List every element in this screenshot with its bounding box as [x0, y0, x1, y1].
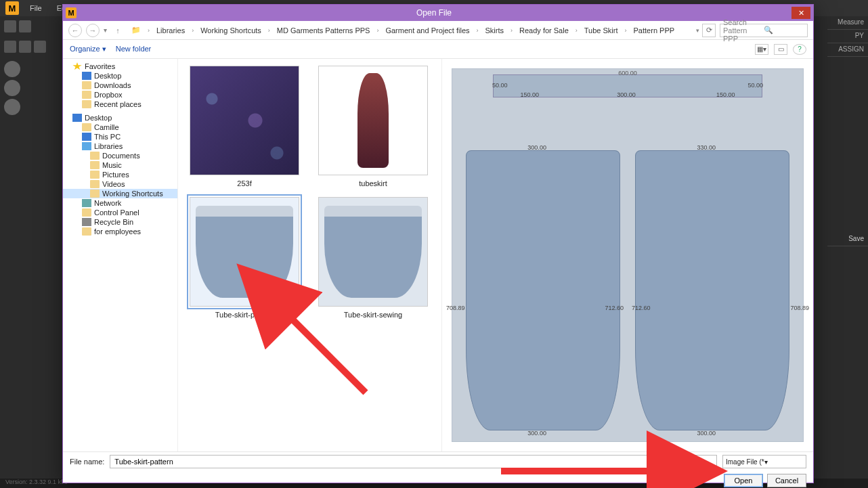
folder-tree: Favorites Desktop Downloads Dropbox Rece…: [63, 59, 178, 451]
preview-toggle-button[interactable]: ▭: [774, 44, 787, 55]
avatar-icon[interactable]: [4, 80, 20, 96]
dialog-nav: ← → ▾ ↑ 📁› Libraries› Working Shortcuts›…: [63, 21, 813, 40]
tree-item[interactable]: Camille: [63, 123, 177, 132]
thumbnail-image: [318, 197, 428, 307]
pattern-waistband: 600.00 50.00 50.00 150.00 300.00 150.00: [493, 74, 762, 97]
avatar-icon[interactable]: [4, 99, 20, 115]
save-button[interactable]: Save: [827, 233, 868, 246]
menu-file[interactable]: File: [23, 1, 49, 15]
avatar-icon[interactable]: [4, 61, 20, 77]
tree-item[interactable]: Videos: [63, 179, 177, 189]
close-button[interactable]: ✕: [791, 7, 810, 19]
cursor-icon: ↖: [248, 255, 254, 264]
right-panel: Measure PY ASSIGN Save: [827, 16, 868, 488]
tool-icon[interactable]: [4, 20, 16, 32]
left-tool-strip: [0, 16, 62, 488]
dimension-label: 50.00: [747, 82, 763, 89]
dimension-label: 600.00: [494, 70, 762, 76]
new-folder-button[interactable]: New folder: [116, 45, 152, 53]
breadcrumb-item[interactable]: Skirts: [483, 25, 507, 36]
tool-icon[interactable]: [19, 20, 31, 32]
tree-item[interactable]: Network: [63, 198, 177, 208]
dialog-footer: File name: Image File (*.jpg *.jpeg *.pn…: [63, 451, 813, 483]
search-icon: 🔍: [764, 26, 804, 35]
nav-back-button[interactable]: ←: [68, 24, 82, 37]
dimension-label: 300.00: [617, 91, 636, 98]
tree-item[interactable]: Control Panel: [63, 208, 177, 217]
dimension-label: 50.00: [492, 82, 508, 89]
cancel-button[interactable]: Cancel: [767, 474, 806, 487]
refresh-button[interactable]: ⟳: [702, 24, 716, 37]
file-name: Tube-skirt-sewing: [344, 311, 402, 319]
tree-item[interactable]: Documents: [63, 151, 177, 160]
breadcrumb-item[interactable]: Pattern PPP: [631, 25, 678, 36]
copy-label: PY: [827, 30, 868, 43]
file-thumb-selected[interactable]: ↖ Tube-skirt-pattern: [185, 197, 304, 319]
tree-item-selected[interactable]: Working Shortcuts: [63, 189, 177, 198]
help-button[interactable]: ?: [793, 44, 806, 55]
breadcrumb: 📁› Libraries› Working Shortcuts› MD Garm…: [129, 24, 692, 36]
file-thumb[interactable]: Tube-skirt-sewing: [313, 197, 433, 319]
filetype-select[interactable]: Image File (*.jpg *.jpeg *.png *.▾: [722, 455, 806, 468]
breadcrumb-dropdown-icon[interactable]: ▾: [696, 27, 699, 34]
filename-input[interactable]: [110, 455, 717, 468]
nav-up-button[interactable]: ↑: [111, 24, 125, 37]
search-input[interactable]: Search Pattern PPP 🔍: [720, 24, 808, 37]
dimension-label: 300.00: [527, 144, 546, 151]
chevron-down-icon: ▾: [764, 458, 803, 466]
cursor-highlight-icon: [237, 244, 252, 259]
measure-label: Measure: [827, 16, 868, 30]
thumbnail-image: ↖: [190, 197, 299, 307]
tree-item[interactable]: Recycle Bin: [63, 217, 177, 227]
assign-label: ASSIGN: [827, 43, 868, 57]
dimension-label: 300.00: [527, 430, 546, 437]
view-mode-button[interactable]: ▦▾: [755, 44, 768, 55]
file-name: 253f: [237, 179, 251, 187]
nav-forward-button[interactable]: →: [86, 24, 100, 37]
tree-item[interactable]: Music: [63, 160, 177, 170]
tree-libraries[interactable]: Libraries: [63, 141, 177, 151]
open-button[interactable]: Open: [724, 474, 763, 487]
tree-item[interactable]: This PC: [63, 132, 177, 141]
tree-item[interactable]: Recent places: [63, 99, 177, 109]
tree-favorites[interactable]: Favorites: [63, 62, 177, 71]
file-name: Tube-skirt-pattern: [215, 311, 274, 319]
breadcrumb-item[interactable]: Garment and Project files: [383, 25, 472, 36]
chevron-down-icon[interactable]: ▾: [104, 26, 107, 34]
tree-desktop[interactable]: Desktop: [63, 113, 177, 123]
preview-image: 600.00 50.00 50.00 150.00 300.00 150.00 …: [452, 68, 804, 442]
organize-button[interactable]: Organize ▾: [70, 45, 106, 53]
breadcrumb-item[interactable]: Ready for Sale: [517, 25, 571, 36]
tree-item[interactable]: Pictures: [63, 170, 177, 179]
file-thumb[interactable]: tubeskirt: [313, 66, 433, 187]
file-thumb[interactable]: 253f: [185, 66, 304, 187]
breadcrumb-item[interactable]: Working Shortcuts: [198, 25, 264, 36]
dialog-titlebar: M Open File ✕: [63, 5, 813, 21]
dialog-toolbar: Organize ▾ New folder ▦▾ ▭ ?: [63, 40, 813, 59]
dimension-label: 712.60: [632, 305, 651, 311]
file-grid: 253f tubeskirt ↖ Tube-skirt-pattern Tube…: [178, 59, 442, 451]
dimension-label: 150.00: [716, 91, 735, 98]
tree-item[interactable]: for employees: [63, 227, 177, 236]
thumbnail-image: [318, 66, 428, 175]
tool-icon[interactable]: [4, 41, 16, 53]
breadcrumb-item[interactable]: Tube Skirt: [582, 25, 621, 36]
dimension-label: 150.00: [521, 91, 540, 98]
tool-icon[interactable]: [19, 41, 31, 53]
folder-icon: 📁: [129, 24, 144, 36]
dialog-title: Open File: [77, 8, 791, 18]
dimension-label: 300.00: [697, 430, 716, 437]
breadcrumb-item[interactable]: MD Garments Patterns PPS: [274, 25, 373, 36]
breadcrumb-item[interactable]: Libraries: [154, 25, 188, 36]
dimension-label: 708.89: [446, 305, 465, 311]
tree-item[interactable]: Desktop: [63, 71, 177, 81]
preview-pane: 600.00 50.00 50.00 150.00 300.00 150.00 …: [442, 59, 813, 451]
search-placeholder: Search Pattern PPP: [723, 18, 764, 43]
file-name: tubeskirt: [359, 179, 387, 187]
filename-label: File name:: [70, 458, 104, 466]
tree-item[interactable]: Downloads: [63, 81, 177, 90]
tool-icon[interactable]: [34, 41, 46, 53]
pattern-piece-front: 300.00 708.89 712.60 300.00: [466, 150, 620, 430]
tree-item[interactable]: Dropbox: [63, 90, 177, 99]
app-logo-icon: M: [5, 1, 19, 15]
